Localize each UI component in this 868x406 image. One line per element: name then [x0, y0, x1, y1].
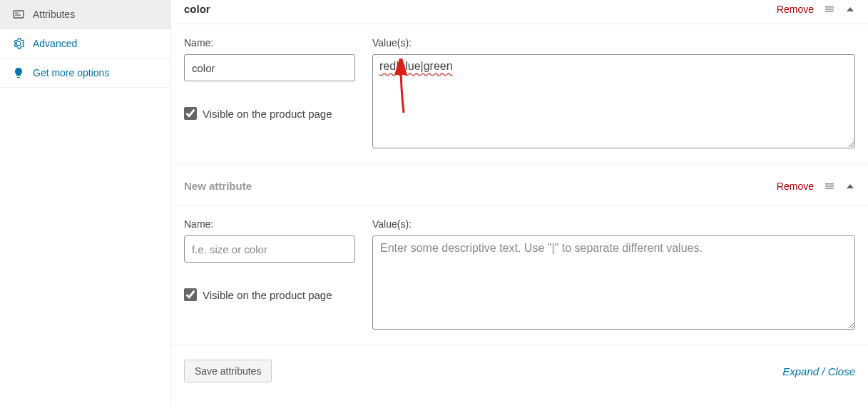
- collapse-toggle-icon[interactable]: [845, 4, 855, 14]
- gear-icon: [11, 38, 26, 49]
- visible-checkbox[interactable]: [184, 107, 197, 120]
- svg-rect-7: [825, 186, 834, 187]
- attribute-header: New attribute Remove: [171, 164, 868, 205]
- attribute-name-input[interactable]: [184, 54, 355, 81]
- svg-rect-4: [825, 9, 834, 10]
- collapse-toggle-icon[interactable]: [845, 181, 855, 191]
- attribute-title: color: [184, 3, 210, 15]
- close-link[interactable]: Close: [828, 365, 855, 377]
- attribute-actions: Remove: [777, 181, 855, 192]
- attribute-values-textarea[interactable]: [372, 54, 855, 148]
- attribute-name-input[interactable]: [184, 235, 355, 263]
- separator: /: [819, 365, 828, 377]
- expand-close: Expand / Close: [782, 365, 855, 377]
- name-label: Name:: [184, 37, 355, 49]
- svg-rect-5: [825, 11, 834, 12]
- product-data-sidebar: Attributes Advanced Get more options: [0, 0, 171, 406]
- sidebar-item-attributes[interactable]: Attributes: [0, 0, 170, 29]
- drag-handle-icon[interactable]: [824, 181, 835, 192]
- attribute-title: New attribute: [184, 180, 252, 192]
- attributes-panel: color Remove Name: Vis: [171, 0, 868, 406]
- visible-label: Visible on the product page: [203, 289, 332, 301]
- remove-link[interactable]: Remove: [777, 4, 814, 15]
- svg-rect-2: [15, 15, 21, 16]
- sidebar-item-get-more-options[interactable]: Get more options: [0, 59, 170, 88]
- svg-rect-6: [825, 183, 834, 185]
- save-attributes-button[interactable]: Save attributes: [184, 360, 272, 382]
- svg-rect-8: [825, 188, 834, 189]
- visible-label: Visible on the product page: [203, 108, 332, 120]
- values-label: Value(s):: [372, 37, 855, 49]
- drag-handle-icon[interactable]: [824, 4, 835, 15]
- attribute-body: Name: Visible on the product page Value(…: [171, 24, 868, 163]
- sidebar-item-label: Get more options: [33, 67, 109, 78]
- attributes-icon: [11, 9, 26, 20]
- svg-rect-1: [15, 13, 19, 14]
- expand-link[interactable]: Expand: [782, 365, 819, 377]
- attribute-header: color Remove: [171, 0, 868, 24]
- attribute-row: New attribute Remove Name:: [171, 164, 868, 345]
- sidebar-item-advanced[interactable]: Advanced: [0, 29, 170, 59]
- attribute-values-textarea[interactable]: [372, 235, 855, 330]
- name-label: Name:: [184, 218, 355, 230]
- attribute-row: color Remove Name: Vis: [171, 0, 868, 164]
- visible-checkbox[interactable]: [184, 288, 197, 301]
- remove-link[interactable]: Remove: [777, 181, 814, 192]
- sidebar-item-label: Advanced: [33, 38, 77, 49]
- attribute-actions: Remove: [777, 4, 855, 15]
- lightbulb-icon: [11, 67, 26, 78]
- svg-rect-0: [14, 11, 24, 18]
- sidebar-item-label: Attributes: [33, 9, 75, 20]
- values-label: Value(s):: [372, 218, 855, 230]
- attributes-footer: Save attributes Expand / Close: [171, 345, 868, 395]
- svg-rect-3: [825, 6, 834, 8]
- attribute-body: Name: Visible on the product page Value(…: [171, 205, 868, 345]
